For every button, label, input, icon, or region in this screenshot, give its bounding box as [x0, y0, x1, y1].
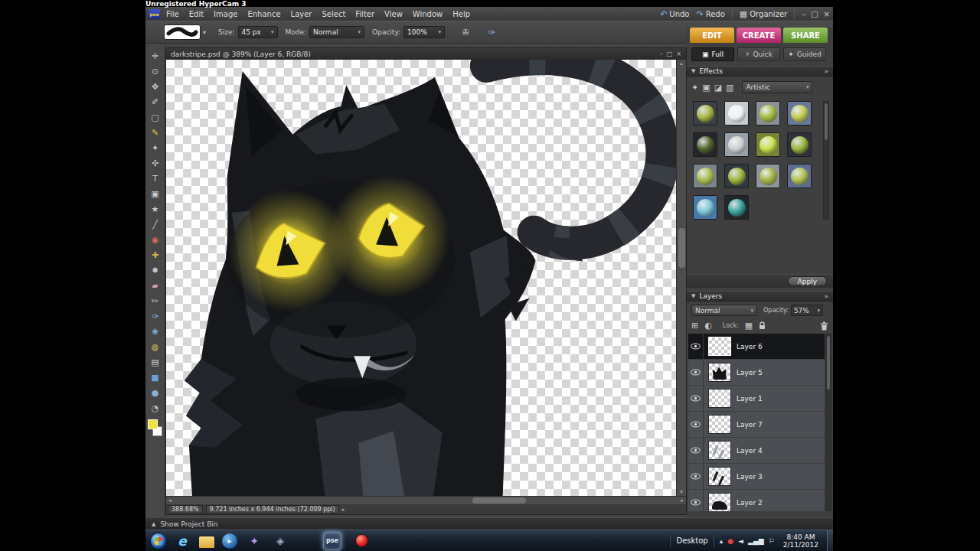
hypercam-record-button[interactable]: [355, 534, 368, 547]
network-icon[interactable]: ▂▄▆: [748, 537, 764, 545]
scroll-up-icon[interactable]: ▴: [680, 60, 683, 67]
pencil-tool[interactable]: ✏: [147, 293, 164, 308]
tab-edit[interactable]: EDIT: [690, 28, 734, 43]
show-desktop-button[interactable]: [827, 530, 833, 551]
edit-mode-guided[interactable]: ✦ Guided: [783, 47, 826, 61]
quick-selection-tool[interactable]: ✣: [147, 155, 164, 171]
menu-item[interactable]: Window: [413, 10, 443, 18]
layer-styles-category-icon[interactable]: ▣: [702, 83, 710, 93]
tab-create[interactable]: CREATE: [737, 28, 781, 43]
app-taskbar-icon-1[interactable]: ✦: [245, 532, 263, 550]
document-window-control-button[interactable]: –: [660, 51, 663, 57]
start-button[interactable]: [150, 533, 167, 549]
lock-all-icon[interactable]: [759, 321, 766, 330]
effect-thumb[interactable]: [693, 101, 717, 126]
edit-mode-full[interactable]: ▣ Full: [691, 47, 734, 61]
smart-brush-tool[interactable]: ❀: [147, 324, 164, 339]
delete-layer-icon[interactable]: [820, 321, 828, 331]
gradient-tool[interactable]: ▤: [147, 354, 164, 370]
layer-thumbnail[interactable]: [708, 467, 731, 486]
effect-thumb[interactable]: [693, 164, 717, 188]
layer-row-1[interactable]: Layer 1: [688, 386, 825, 411]
effect-thumb[interactable]: [787, 164, 812, 188]
type-tool[interactable]: T: [147, 171, 164, 186]
effect-thumb[interactable]: [724, 132, 749, 157]
scroll-left-icon[interactable]: ◂: [166, 497, 174, 504]
action-center-icon[interactable]: ⚐: [769, 537, 775, 545]
status-arrow-icon[interactable]: ▸: [342, 507, 345, 513]
layer-visibility-toggle[interactable]: [688, 490, 704, 511]
redo-button[interactable]: ↷ Redo: [696, 9, 724, 19]
menu-item[interactable]: Filter: [355, 10, 374, 18]
layer-row-7[interactable]: Layer 7: [688, 412, 825, 437]
layers-scrollbar[interactable]: [825, 334, 831, 511]
brush-tool[interactable]: ✑: [147, 308, 164, 324]
menu-item[interactable]: Image: [214, 10, 237, 18]
vertical-scroll-thumb[interactable]: [678, 228, 685, 268]
canvas[interactable]: [166, 60, 676, 496]
effect-thumb[interactable]: [693, 132, 717, 157]
document-title-bar[interactable]: darkstripe.psd @ 389% (Layer 6, RGB/8) –…: [166, 48, 686, 60]
adjustment-layer-icon[interactable]: ◐: [704, 321, 712, 331]
panel-menu-icon[interactable]: »: [824, 292, 828, 300]
clone-stamp-tool[interactable]: ✹: [147, 262, 164, 278]
hypercam-tray-icon[interactable]: ●: [727, 537, 733, 545]
menu-item[interactable]: Enhance: [247, 10, 280, 18]
layer-thumbnail[interactable]: [708, 441, 731, 460]
explorer-taskbar-icon[interactable]: [199, 536, 214, 548]
layer-row-2[interactable]: Layer 2: [688, 490, 825, 511]
blend-mode-select[interactable]: Normal ▾: [309, 26, 364, 38]
layer-visibility-toggle[interactable]: [688, 334, 704, 359]
panel-menu-icon[interactable]: »: [824, 67, 828, 75]
tab-share[interactable]: SHARE: [783, 28, 828, 43]
vertical-scrollbar[interactable]: ▴ ▾: [676, 60, 686, 496]
photo-effects-category-icon[interactable]: ◪: [714, 83, 722, 93]
hand-tool[interactable]: ✥: [147, 79, 164, 94]
menu-item[interactable]: Layer: [291, 10, 312, 18]
layer-visibility-toggle[interactable]: [688, 438, 704, 463]
effect-thumb[interactable]: [787, 101, 812, 126]
foreground-color-swatch[interactable]: [148, 419, 158, 429]
layer-thumbnail[interactable]: [708, 337, 731, 356]
all-effects-category-icon[interactable]: ▥: [726, 83, 733, 93]
crop-tool[interactable]: ▣: [147, 186, 164, 201]
straighten-tool[interactable]: ╱: [147, 217, 164, 232]
shape-tool[interactable]: ■: [147, 370, 164, 385]
document-window-control-button[interactable]: ×: [676, 51, 681, 57]
ie-taskbar-icon[interactable]: e: [173, 532, 191, 550]
move-tool[interactable]: ✛: [147, 48, 164, 64]
menu-item[interactable]: Select: [322, 10, 345, 18]
effects-scrollbar[interactable]: [823, 101, 829, 220]
window-control-button[interactable]: ×: [824, 10, 830, 18]
effect-thumb[interactable]: [756, 164, 780, 188]
layer-blend-mode-select[interactable]: Normal ▾: [691, 305, 757, 316]
layers-scroll-thumb[interactable]: [827, 336, 830, 390]
layer-visibility-toggle[interactable]: [688, 464, 704, 489]
effect-thumb[interactable]: [724, 164, 749, 188]
airbrush-icon[interactable]: ✇: [457, 24, 474, 40]
filters-category-icon[interactable]: ✦: [691, 83, 698, 93]
undo-button[interactable]: ↶ Undo: [660, 9, 689, 19]
brush-stroke-preview[interactable]: [164, 24, 201, 40]
collapse-icon[interactable]: ▼: [691, 293, 695, 299]
brush-size-select[interactable]: 45 px ▾: [238, 26, 278, 38]
edit-mode-quick[interactable]: ⚡ Quick: [737, 47, 780, 61]
lock-transparency-icon[interactable]: ▦: [745, 321, 753, 331]
lasso-tool[interactable]: ✎: [147, 125, 164, 140]
layer-visibility-toggle[interactable]: [688, 412, 704, 437]
window-control-button[interactable]: –: [802, 10, 805, 18]
new-layer-icon[interactable]: ⊞: [691, 321, 698, 331]
menu-item[interactable]: Help: [452, 10, 470, 18]
app-taskbar-icon-2[interactable]: ◈: [271, 532, 289, 550]
apply-button[interactable]: Apply: [788, 276, 827, 286]
project-bin-bar[interactable]: ▲ Show Project Bin: [145, 517, 833, 530]
layer-thumbnail[interactable]: [708, 415, 731, 434]
layer-thumbnail[interactable]: [708, 363, 731, 382]
effect-thumb[interactable]: [724, 195, 749, 220]
menu-item[interactable]: Edit: [189, 10, 204, 18]
eraser-tool[interactable]: ▰: [147, 278, 164, 293]
project-bin-toggle-icon[interactable]: ▲: [152, 521, 155, 527]
sponge-tool[interactable]: ◔: [147, 400, 164, 416]
zoom-tool[interactable]: ⊙: [147, 64, 164, 79]
organizer-button[interactable]: ▦ Organizer: [740, 9, 787, 19]
